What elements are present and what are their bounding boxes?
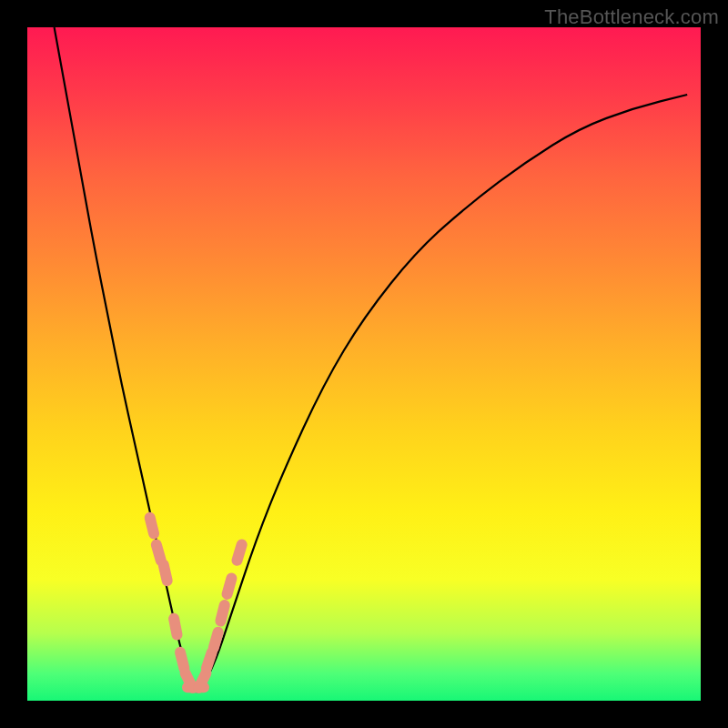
marker-dot (164, 565, 167, 581)
bottleneck-curve-path (55, 27, 688, 692)
marker-dot (220, 605, 224, 621)
marker-dot (174, 619, 177, 635)
marker-dot (150, 518, 154, 533)
plot-area (27, 27, 701, 701)
marker-dot (207, 652, 212, 668)
marker-dots-group (150, 518, 242, 688)
marker-dot (157, 545, 161, 561)
chart-svg (27, 27, 701, 701)
chart-frame: TheBottleneck.com (0, 0, 728, 728)
marker-dot (214, 632, 218, 648)
watermark-text: TheBottleneck.com (544, 5, 719, 29)
marker-dot (180, 652, 184, 668)
marker-dot (238, 545, 242, 561)
marker-dot (228, 579, 232, 594)
marker-dot (198, 673, 206, 688)
